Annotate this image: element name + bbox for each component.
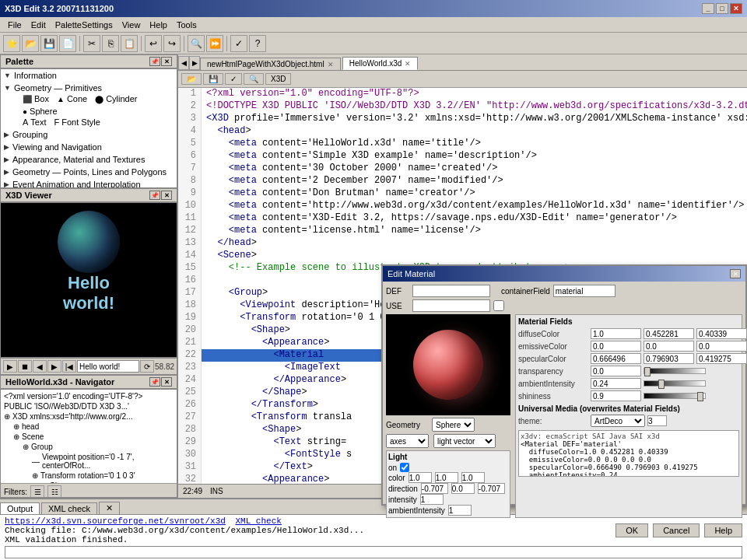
output-tab-close[interactable]: ✕ [99,502,120,514]
viewpoint-input[interactable]: Hello world! [77,360,139,373]
editor-save-btn[interactable]: 💾 [203,73,223,85]
undo-btn[interactable]: ↩ [145,35,162,52]
emissive-b[interactable] [696,341,747,352]
help-btn[interactable]: ? [249,35,266,52]
menu-palette-settings[interactable]: PaletteSettings [51,19,117,30]
viewer-next-btn[interactable]: ▶ [47,360,61,373]
copy-btn[interactable]: ⎘ [102,35,119,52]
theme-select[interactable]: ArtDeco [591,415,645,427]
new-btn[interactable]: ⭐ [3,35,20,52]
cut-btn[interactable]: ✂ [83,35,100,52]
light-on-checkbox[interactable] [400,463,409,472]
palette-section-information-header[interactable]: ▼ Information [4,70,174,81]
viewer-close-btn[interactable]: ✕ [161,191,172,200]
axes-select[interactable]: axes [386,434,429,448]
container-field-input[interactable] [553,285,615,297]
theme-num-input[interactable] [647,415,667,426]
nav-item-x3d[interactable]: ⊕ X3D xmlns:xsd='http://www.org/2... [4,411,174,422]
light-dir-z[interactable] [478,483,505,494]
palette-pin-btn[interactable]: 📌 [149,57,160,66]
filter-btn2[interactable]: ☷ [47,485,61,498]
emissive-r[interactable] [591,341,641,352]
menu-edit[interactable]: Edit [26,19,51,30]
palette-cone[interactable]: ▲ Cone [54,93,90,104]
diffuse-r[interactable] [591,328,641,339]
transparency-input[interactable] [591,366,641,376]
def-input[interactable] [412,285,490,297]
maximize-btn[interactable]: □ [716,3,728,14]
ambient-intensity-input[interactable] [591,378,641,389]
light-ambient-input[interactable] [448,505,472,516]
output-xml-check-link[interactable]: XML check [235,516,281,526]
specular-b[interactable] [696,353,747,364]
viewer-prev-btn[interactable]: ◀ [33,360,47,373]
menu-file[interactable]: File [3,19,26,30]
light-dir-y[interactable] [451,483,475,494]
transparency-slider[interactable] [644,368,706,374]
palette-section-primitives-header[interactable]: ▼ Geometry — Primitives [4,82,174,93]
light-vector-select[interactable]: light vector [433,434,496,448]
nav-item-viewpoint[interactable]: — Viewpoint position='0 -1 7', centerOfR… [4,452,174,471]
filter-btn1[interactable]: ☰ [30,485,44,498]
tab-newhtml[interactable]: newHtmlPageWithX3dObject.html ✕ [200,58,341,70]
find-next-btn[interactable]: ⏩ [206,35,223,52]
viewer-stop-btn[interactable]: ⏹ [18,360,32,373]
nav-item-doctype[interactable]: PUBLIC 'ISO//Web3D/DTD X3D 3...' [4,401,174,411]
palette-section-grouping-header[interactable]: ▶ Grouping [4,129,174,140]
nav-item-xml[interactable]: <?xml version='1.0' encoding='UTF-8'?> [4,391,174,401]
shininess-input[interactable] [591,390,641,401]
viewer-play-btn[interactable]: ▶ [3,360,17,373]
nav-pin-btn[interactable]: 📌 [149,377,160,387]
dialog-x3d-viewer[interactable] [386,314,510,415]
light-color-r[interactable] [409,472,432,483]
palette-section-appearance-header[interactable]: ▶ Appearance, Material and Textures [4,154,174,165]
viewer-scene[interactable]: Helloworld! [1,203,177,329]
find-btn[interactable]: 🔍 [188,35,205,52]
ambient-slider[interactable] [644,380,706,387]
geometry-select[interactable]: Sphere [432,418,475,432]
light-color-b[interactable] [461,472,485,483]
palette-close-btn[interactable]: ✕ [161,57,172,66]
dialog-ok-btn[interactable]: OK [615,523,648,537]
specular-g[interactable] [644,353,694,364]
nav-item-group[interactable]: ⊕ Group [4,442,174,452]
use-checkbox[interactable] [493,300,504,311]
light-intensity-input[interactable] [420,494,444,505]
open-btn[interactable]: 📂 [22,35,39,52]
specular-r[interactable] [591,353,641,364]
menu-help[interactable]: Help [145,19,172,30]
viewer-reset-btn[interactable]: ⟳ [140,360,154,373]
editor-validate-btn[interactable]: ✓ [225,73,242,85]
palette-section-points-header[interactable]: ▶ Geometry — Points, Lines and Polygons [4,166,174,177]
dialog-close-btn[interactable]: ✕ [730,269,741,278]
output-link[interactable]: https://x3d.svn.sourceforge.net/svnroot/… [5,516,226,526]
output-input[interactable] [5,546,742,558]
validate-btn[interactable]: ✓ [230,35,247,52]
nav-item-head[interactable]: ⊕ head [4,422,174,432]
palette-fontstyle[interactable]: F Font Style [51,117,103,128]
nav-item-scene[interactable]: ⊕ Scene [4,432,174,442]
dialog-help-btn[interactable]: Help [704,523,742,537]
save-all-btn[interactable]: 📄 [59,35,76,52]
tab-newhtml-close[interactable]: ✕ [328,61,334,68]
editor-open-btn[interactable]: 📂 [181,73,202,85]
viewer-first-btn[interactable]: |◀ [62,360,76,373]
light-dir-x[interactable] [421,483,448,494]
use-input[interactable] [412,299,490,312]
close-btn[interactable]: ✕ [730,3,742,14]
diffuse-g[interactable] [644,328,694,339]
light-color-g[interactable] [435,472,458,483]
editor-x3d-check-btn[interactable]: X3D [265,73,291,85]
menu-tools[interactable]: Tools [172,19,202,30]
editor-find-btn[interactable]: 🔍 [244,73,264,85]
shininess-slider[interactable] [644,393,706,399]
viewer-pin-btn[interactable]: 📌 [149,191,160,200]
menu-view[interactable]: View [117,19,146,30]
tab-helloworld[interactable]: HelloWorld.x3d ✕ [342,57,419,70]
dialog-cancel-btn[interactable]: Cancel [653,523,700,537]
palette-sphere[interactable]: ● Sphere [19,106,61,117]
palette-section-event-header[interactable]: ▶ Event Animation and Interpolation [4,179,174,188]
minimize-btn[interactable]: _ [702,3,714,14]
output-tab-xmlcheck[interactable]: XML check [41,502,97,514]
palette-cylinder[interactable]: ⬤ Cylinder [92,93,140,104]
